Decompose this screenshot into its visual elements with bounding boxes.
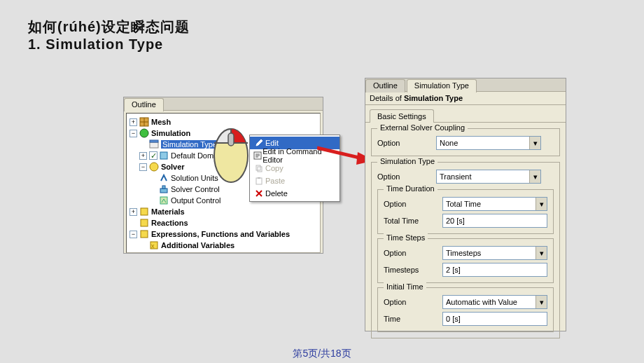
tree-item-reactions[interactable]: Reactions: [130, 217, 317, 228]
svg-rect-30: [258, 177, 260, 179]
group-initial-time: Initial Time Option Automatic with Value…: [377, 287, 554, 332]
copy-icon: [253, 164, 265, 172]
input-total-time[interactable]: 20 [s]: [442, 214, 547, 228]
page-footer: 第5页/共18页: [0, 348, 644, 360]
tree-item-additional-variables[interactable]: x Additional Variables: [130, 240, 317, 251]
solver-icon: [149, 162, 159, 172]
collapse-icon[interactable]: −: [130, 231, 137, 238]
tab-outline-right[interactable]: Outline: [365, 79, 405, 93]
expand-icon[interactable]: +: [130, 118, 137, 126]
combo-value: None: [440, 139, 458, 147]
tree-label: Mesh: [151, 118, 171, 126]
combo-time-duration-option[interactable]: Total Time ▾: [442, 197, 547, 211]
time-label: Time: [384, 315, 442, 323]
expand-icon[interactable]: +: [130, 208, 137, 216]
option-label: Option: [384, 249, 442, 257]
svg-rect-22: [228, 133, 234, 146]
expand-icon[interactable]: +: [139, 253, 147, 254]
variables-icon: x: [149, 240, 159, 250]
sim-type-icon: [149, 139, 159, 149]
svg-rect-9: [141, 208, 148, 215]
edit-icon: [253, 139, 265, 147]
chevron-down-icon[interactable]: ▾: [536, 198, 547, 210]
tree-label: Reactions: [151, 219, 188, 227]
subtab-basic-settings[interactable]: Basic Settings: [370, 109, 434, 123]
combo-value: Transient: [440, 172, 471, 181]
svg-rect-11: [141, 231, 148, 238]
menu-label: Paste: [265, 177, 285, 185]
tree-label: Expressions, Functions and Variables: [151, 230, 290, 238]
svg-rect-8: [160, 197, 167, 204]
expand-icon[interactable]: +: [139, 152, 147, 160]
svg-point-5: [150, 163, 158, 171]
group-time-steps: Time Steps Option Timesteps ▾ Timesteps …: [377, 238, 554, 283]
tab-simulation-type[interactable]: Simulation Type: [407, 79, 477, 93]
menu-label: Edit: [265, 139, 279, 147]
tree-label: Expressions: [161, 252, 206, 253]
chevron-down-icon[interactable]: ▾: [529, 170, 540, 183]
option-label: Option: [377, 172, 436, 181]
slide-title: 如何(rúhé)设定瞬态问题 1. Simulation Type: [0, 0, 644, 53]
svg-rect-28: [258, 167, 262, 172]
option-label: Option: [384, 200, 442, 208]
tree-label: Solver: [161, 163, 185, 171]
input-timesteps[interactable]: 2 [s]: [442, 263, 547, 277]
caption-object: Simulation Type: [404, 94, 463, 102]
collapse-icon[interactable]: −: [130, 130, 137, 137]
tree-label: Simulation: [151, 129, 190, 137]
tree-item-expr-group[interactable]: − Expressions, Functions and Variables: [130, 228, 317, 240]
input-value: 0 [s]: [446, 315, 461, 323]
editor-icon: [253, 151, 262, 160]
combo-sim-type-option[interactable]: Transient ▾: [436, 170, 541, 184]
title-line-1: 如何(rúhé)设定瞬态问题: [28, 18, 644, 36]
caption-prefix: Details of: [370, 94, 404, 102]
tree-label: Additional Variables: [161, 241, 234, 249]
menu-label: Copy: [265, 164, 284, 172]
tab-outline-left[interactable]: Outline: [124, 98, 164, 111]
chevron-down-icon[interactable]: ▾: [529, 137, 540, 149]
expressions-icon: [149, 252, 159, 253]
group-legend: Initial Time: [384, 282, 426, 291]
input-value: 20 [s]: [446, 217, 465, 225]
option-label: Option: [384, 298, 442, 306]
svg-point-1: [140, 129, 148, 137]
collapse-icon[interactable]: −: [139, 163, 147, 171]
svg-text:x: x: [151, 242, 155, 249]
svg-rect-7: [162, 186, 165, 189]
chevron-down-icon[interactable]: ▾: [536, 247, 547, 259]
delete-icon: [253, 189, 265, 198]
expr-group-icon: [139, 229, 149, 239]
tree-label: Solver Control: [171, 185, 220, 193]
materials-icon: [139, 207, 149, 217]
domain-icon: [159, 151, 169, 160]
svg-rect-27: [256, 165, 260, 170]
group-legend: Simulation Type: [377, 157, 438, 165]
tree-item-materials[interactable]: + Materials: [130, 206, 317, 217]
combo-time-steps-option[interactable]: Timesteps ▾: [442, 246, 547, 260]
combo-initial-time-option[interactable]: Automatic with Value ▾: [442, 295, 547, 309]
menu-label: Delete: [265, 189, 288, 198]
tree-label: Output Control: [171, 196, 221, 205]
checkbox-icon[interactable]: ✓: [149, 151, 158, 160]
solver-control-icon: [159, 184, 169, 194]
details-panel: Outline Simulation Type Details of Simul…: [365, 78, 566, 331]
title-line-2: 1. Simulation Type: [28, 36, 644, 53]
combo-ext-coupling-option[interactable]: None ▾: [436, 136, 541, 150]
svg-rect-6: [160, 189, 167, 193]
tree-label: Simulation Type: [161, 140, 218, 149]
svg-rect-10: [141, 219, 148, 226]
svg-rect-2: [150, 142, 158, 148]
tree-label: Materials: [151, 207, 185, 216]
combo-value: Automatic with Value: [446, 298, 517, 306]
group-legend: Time Duration: [384, 184, 438, 193]
svg-line-33: [317, 148, 359, 158]
chevron-down-icon[interactable]: ▾: [536, 296, 547, 308]
combo-value: Timesteps: [446, 249, 481, 257]
tree-item-expressions[interactable]: + Expressions: [130, 251, 317, 253]
option-label: Option: [377, 139, 436, 147]
input-initial-time[interactable]: 0 [s]: [442, 312, 547, 326]
combo-value: Total Time: [446, 200, 481, 208]
details-caption: Details of Simulation Type: [365, 92, 566, 105]
menu-item-delete[interactable]: Delete: [250, 187, 340, 200]
reactions-icon: [139, 218, 149, 228]
